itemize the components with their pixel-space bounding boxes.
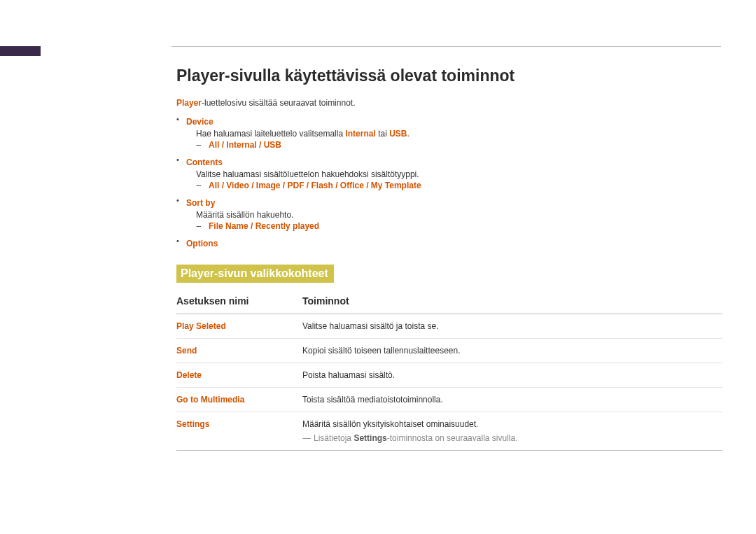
note-post: -toiminnosta on seuraavalla sivulla. xyxy=(387,433,518,443)
bullet-dot-icon: • xyxy=(176,155,186,164)
bullet-dot-icon: • xyxy=(176,196,186,204)
table-row: Play Seleted Valitse haluamasi sisältö j… xyxy=(176,314,722,339)
bullet-device-sub-val: All / Internal / USB xyxy=(209,140,281,150)
bullet-device-kw1: Internal xyxy=(345,129,375,139)
bullet-contents-sub: ‒All / Video / Image / PDF / Flash / Off… xyxy=(196,181,722,190)
row-note: ―Lisätietoja Settings-toiminnosta on seu… xyxy=(302,433,722,443)
bullet-device-desc-mid: tai xyxy=(376,129,389,139)
table-row: Go to Multimedia Toista sisältöä mediato… xyxy=(176,388,722,412)
bullet-contents-desc: Valitse haluamasi sisältöluettelon hakue… xyxy=(196,169,722,179)
bullet-sortby-desc: Määritä sisällön hakuehto. xyxy=(196,210,722,220)
dash-icon: ‒ xyxy=(196,221,209,231)
bullet-sortby-label: Sort by xyxy=(186,198,215,208)
row-fn: Kopioi sisältö toiseen tallennuslaittees… xyxy=(302,339,722,363)
dash-icon: ‒ xyxy=(196,181,209,190)
intro-line: Player-luettelosivu sisältää seuraavat t… xyxy=(176,98,722,108)
row-fn-text: Määritä sisällön yksityiskohtaiset omina… xyxy=(302,419,478,429)
bullet-dot-icon: • xyxy=(176,115,186,123)
bullet-contents: •Contents Valitse haluamasi sisältöluett… xyxy=(176,155,722,190)
note-keyword: Settings xyxy=(354,433,386,443)
bullet-sortby-sub: ‒File Name / Recently played xyxy=(196,221,722,231)
bullet-device-desc-pre: Hae haluamasi laiteluettelo valitsemalla xyxy=(196,129,345,139)
note-pre: Lisätietoja xyxy=(314,433,354,443)
row-fn: Määritä sisällön yksityiskohtaiset omina… xyxy=(302,412,722,451)
options-table-header-name: Asetuksen nimi xyxy=(176,295,302,314)
sub-heading-wrap: Player-sivun valikkokohteet xyxy=(176,265,722,283)
row-fn: Valitse haluamasi sisältö ja toista se. xyxy=(302,314,722,339)
bullet-device-kw2: USB xyxy=(389,129,407,139)
row-fn: Poista haluamasi sisältö. xyxy=(302,363,722,388)
bullet-device-sub: ‒All / Internal / USB xyxy=(196,140,722,150)
bullet-dot-icon: • xyxy=(176,237,186,245)
bullet-contents-label: Contents xyxy=(186,157,223,167)
intro-text: -luettelosivu sisältää seuraavat toiminn… xyxy=(202,98,355,108)
options-table: Asetuksen nimi Toiminnot Play Seleted Va… xyxy=(176,295,722,451)
bullet-device-desc: Hae haluamasi laiteluettelo valitsemalla… xyxy=(196,129,722,139)
row-name: Settings xyxy=(176,412,302,451)
dash-icon: ‒ xyxy=(196,140,209,150)
page: Player-sivulla käytettävissä olevat toim… xyxy=(0,0,756,534)
options-table-header-fn: Toiminnot xyxy=(302,295,722,314)
bullet-sortby-sub-val: File Name / Recently played xyxy=(209,221,319,231)
feature-bullet-list: •Device Hae haluamasi laiteluettelo vali… xyxy=(176,115,722,249)
table-row: Settings Määritä sisällön yksityiskohtai… xyxy=(176,412,722,451)
bullet-device-desc-end: . xyxy=(407,129,409,139)
table-row: Delete Poista haluamasi sisältö. xyxy=(176,363,722,388)
row-name: Play Seleted xyxy=(176,314,302,339)
bullet-options-label: Options xyxy=(186,239,218,248)
row-name: Send xyxy=(176,339,302,363)
bullet-contents-sub-val: All / Video / Image / PDF / Flash / Offi… xyxy=(209,181,421,190)
content-area: Player-sivulla käytettävissä olevat toim… xyxy=(176,66,722,451)
bullet-device: •Device Hae haluamasi laiteluettelo vali… xyxy=(176,115,722,150)
intro-keyword: Player xyxy=(176,98,202,108)
top-horizontal-rule xyxy=(172,46,721,47)
bullet-device-label: Device xyxy=(186,117,214,127)
bullet-options: •Options xyxy=(176,237,722,249)
side-tab-marker xyxy=(0,46,41,56)
row-name: Go to Multimedia xyxy=(176,388,302,412)
bullet-sortby: •Sort by Määritä sisällön hakuehto. ‒Fil… xyxy=(176,196,722,231)
table-row: Send Kopioi sisältö toiseen tallennuslai… xyxy=(176,339,722,363)
sub-heading: Player-sivun valikkokohteet xyxy=(176,265,334,283)
page-title: Player-sivulla käytettävissä olevat toim… xyxy=(176,66,722,85)
note-dash-icon: ― xyxy=(302,433,311,443)
row-name: Delete xyxy=(176,363,302,388)
row-fn: Toista sisältöä mediatoistotoiminnolla. xyxy=(302,388,722,412)
